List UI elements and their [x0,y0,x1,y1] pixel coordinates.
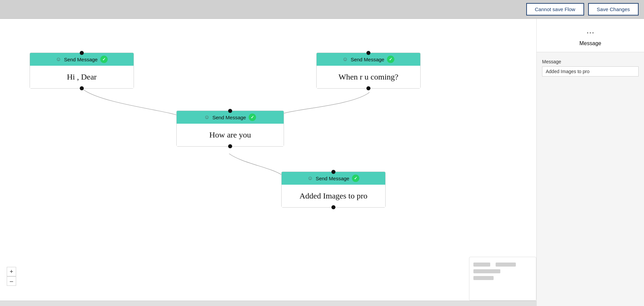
whatsapp-icon-3: ✓ [249,114,256,121]
horizontal-scrollbar[interactable] [0,301,536,306]
flow-canvas[interactable]: ☺ Send Message ✓ Hi , Dear ☺ Send Messag… [0,19,536,306]
minimap-block-2 [496,263,516,267]
main-layout: ☺ Send Message ✓ Hi , Dear ☺ Send Messag… [0,19,644,306]
node3-bottom-dot [228,144,232,148]
node1-label: Send Message [64,57,98,62]
node2-bottom-dot [366,86,370,90]
whatsapp-icon-2: ✓ [387,56,394,63]
panel-title: Message [579,40,601,47]
minimap-block-1 [473,263,490,267]
smiley-icon-4: ☺ [308,175,313,181]
node-send-message-2[interactable]: ☺ Send Message ✓ When r u coming? [316,53,421,89]
node4-bottom-dot [331,205,335,209]
node4-label: Send Message [316,176,349,181]
node4-body: Added Images to pro [282,185,385,207]
message-input[interactable] [542,66,639,76]
node2-top-dot [366,51,370,55]
node1-bottom-dot [80,86,84,90]
node3-body: How are you [177,124,284,146]
cannot-save-button[interactable]: Cannot save Flow [526,3,584,16]
message-panel-icon: ··· [586,27,594,38]
smiley-icon-1: ☺ [56,56,61,62]
panel-header: ··· Message [537,19,644,52]
minimap-row-2 [473,269,500,273]
whatsapp-icon-1: ✓ [100,56,108,63]
node4-top-dot [331,170,335,174]
minimap [469,257,536,301]
node-send-message-1[interactable]: ☺ Send Message ✓ Hi , Dear [30,53,134,89]
minimap-block-3 [473,269,500,273]
panel-body: Message [537,52,644,83]
node3-top-dot [228,109,232,113]
smiley-icon-2: ☺ [343,56,348,62]
minimap-content [469,257,536,285]
minimap-row-3 [473,276,494,280]
message-field-label: Message [542,59,639,64]
node1-top-dot [80,51,84,55]
save-changes-button[interactable]: Save Changes [588,3,639,16]
right-panel: ··· Message Message [536,19,644,306]
node-send-message-4[interactable]: ☺ Send Message ✓ Added Images to pro [281,172,386,208]
node2-body: When r u coming? [317,66,420,88]
whatsapp-icon-4: ✓ [352,175,359,182]
minimap-row-1 [473,263,516,267]
zoom-controls: + – [7,267,16,286]
node1-body: Hi , Dear [30,66,134,88]
minimap-block-4 [473,276,494,280]
zoom-out-button[interactable]: – [7,276,16,286]
zoom-in-button[interactable]: + [7,267,16,276]
node2-label: Send Message [351,57,384,62]
node-send-message-3[interactable]: ☺ Send Message ✓ How are you [176,111,284,147]
smiley-icon-3: ☺ [204,114,210,120]
topbar: Cannot save Flow Save Changes [0,0,644,19]
node3-label: Send Message [212,115,246,120]
